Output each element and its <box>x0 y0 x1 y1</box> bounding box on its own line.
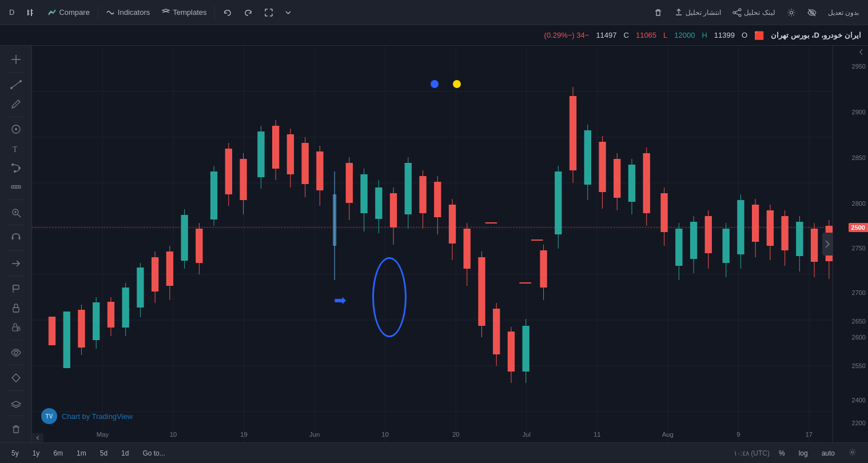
share-button[interactable]: لینک تحلیل <box>728 6 779 19</box>
svg-rect-111 <box>419 176 426 213</box>
svg-rect-2 <box>27 14 30 14</box>
layers-button[interactable] <box>6 394 26 413</box>
svg-point-7 <box>739 14 741 17</box>
svg-rect-158 <box>752 205 759 242</box>
layers-icon <box>10 398 22 409</box>
redo-button[interactable] <box>239 6 257 19</box>
svg-text:17: 17 <box>806 431 813 438</box>
bar-type-button[interactable] <box>21 5 41 20</box>
svg-rect-152 <box>705 216 712 253</box>
svg-rect-132 <box>555 171 562 234</box>
svg-rect-85 <box>225 149 232 194</box>
svg-line-10 <box>735 13 739 15</box>
lock-button[interactable] <box>6 299 26 317</box>
svg-rect-130 <box>540 250 547 288</box>
shapes-button[interactable] <box>6 121 26 139</box>
divider-2 <box>214 6 215 19</box>
svg-rect-87 <box>240 159 246 200</box>
scroll-left-btn[interactable] <box>32 433 43 442</box>
upload-icon <box>674 8 683 17</box>
text-button[interactable]: T <box>6 139 26 158</box>
time-display: ١٠:٤٨ (UTC) <box>734 449 770 457</box>
svg-rect-37 <box>13 308 19 312</box>
low-value: 11065 <box>636 31 656 39</box>
svg-rect-162 <box>781 216 788 250</box>
publish-button[interactable]: انتشار تحلیل <box>670 6 726 19</box>
eye-button[interactable] <box>6 344 26 362</box>
arrow-button[interactable] <box>6 254 26 273</box>
zoom-icon <box>10 207 22 218</box>
low-label: L <box>663 31 667 39</box>
more-tools-button[interactable] <box>6 369 26 387</box>
svg-rect-75 <box>152 257 158 292</box>
path-button[interactable] <box>6 159 26 177</box>
trend-line-button[interactable] <box>6 75 26 94</box>
delete-button[interactable] <box>649 6 667 19</box>
log-button[interactable]: log <box>794 448 813 458</box>
period-1y-button[interactable]: 1y <box>28 448 45 458</box>
publish-label: انتشار تحلیل <box>686 9 721 17</box>
svg-point-11 <box>790 11 793 14</box>
svg-rect-126 <box>508 332 515 372</box>
settings-button[interactable] <box>782 6 801 19</box>
svg-rect-146 <box>660 193 667 232</box>
period-6m-button[interactable]: 6m <box>49 448 67 458</box>
left-sep-3 <box>8 199 24 200</box>
period-1d-button[interactable]: 1d <box>117 448 133 458</box>
magnet-button[interactable] <box>6 229 26 247</box>
high-value: 12000 <box>674 31 695 39</box>
symbol-name: ایران خودرو، D، بورس تهران <box>771 31 861 39</box>
right-panel-collapse[interactable] <box>822 233 833 256</box>
period-5y-button[interactable]: 5y <box>7 448 23 458</box>
svg-rect-79 <box>181 215 188 261</box>
measure-button[interactable] <box>6 178 26 196</box>
goto-button[interactable]: Go to... <box>138 448 169 458</box>
svg-rect-142 <box>628 165 635 202</box>
dropdown-button[interactable] <box>280 7 296 18</box>
close-value: 11497 <box>596 31 616 39</box>
svg-point-20 <box>15 128 17 130</box>
percent-button[interactable]: % <box>774 448 790 458</box>
period-5d-button[interactable]: 5d <box>95 448 112 458</box>
chart-settings-button[interactable] <box>844 447 861 459</box>
price-2200: 2200 <box>852 420 866 426</box>
price-2750: 2750 <box>852 245 866 252</box>
compare-button[interactable]: Compare <box>43 6 94 19</box>
auto-button[interactable]: auto <box>817 448 839 458</box>
timeframe-button[interactable]: D <box>5 6 19 19</box>
svg-rect-164 <box>796 222 803 256</box>
svg-rect-61 <box>49 317 55 345</box>
no-adjustment-button[interactable]: بدون تعدیل <box>823 6 863 19</box>
lock-all-button[interactable] <box>6 318 26 336</box>
undo-icon <box>223 8 232 17</box>
zoom-in-button[interactable] <box>6 203 26 222</box>
ruler-icon <box>10 181 22 193</box>
left-sep-10 <box>8 416 24 416</box>
svg-rect-99 <box>333 194 336 246</box>
crosshair-button[interactable] <box>6 50 26 69</box>
trash-icon <box>654 8 663 17</box>
chart-area[interactable]: May 10 19 Jun 10 20 Jul 11 Aug 9 17 ➡ TV… <box>32 46 833 442</box>
undo-button[interactable] <box>218 6 237 19</box>
watermark: TV Chart by TradingView <box>41 408 133 424</box>
collapse-icon <box>858 48 866 56</box>
flag-button[interactable] <box>6 280 26 298</box>
period-1m-button[interactable]: 1m <box>72 448 91 458</box>
svg-text:9: 9 <box>736 431 740 438</box>
trash-bottom-button[interactable] <box>6 420 26 438</box>
lock-icon <box>10 302 22 314</box>
svg-rect-3 <box>31 9 32 16</box>
templates-button[interactable]: Templates <box>157 6 211 19</box>
fullscreen-button[interactable] <box>260 6 278 19</box>
redo-icon <box>244 8 253 17</box>
main-area: T <box>0 46 868 442</box>
price-2700: 2700 <box>852 289 866 296</box>
axis-collapse-btn[interactable] <box>858 48 866 57</box>
draw-tools-button[interactable] <box>6 95 26 113</box>
compare-icon <box>47 8 57 17</box>
price-2850: 2850 <box>852 154 866 161</box>
svg-rect-4 <box>31 10 33 11</box>
indicators-button[interactable]: Indicators <box>102 6 154 19</box>
svg-rect-5 <box>31 13 33 14</box>
hide-drawings-button[interactable] <box>803 6 821 19</box>
